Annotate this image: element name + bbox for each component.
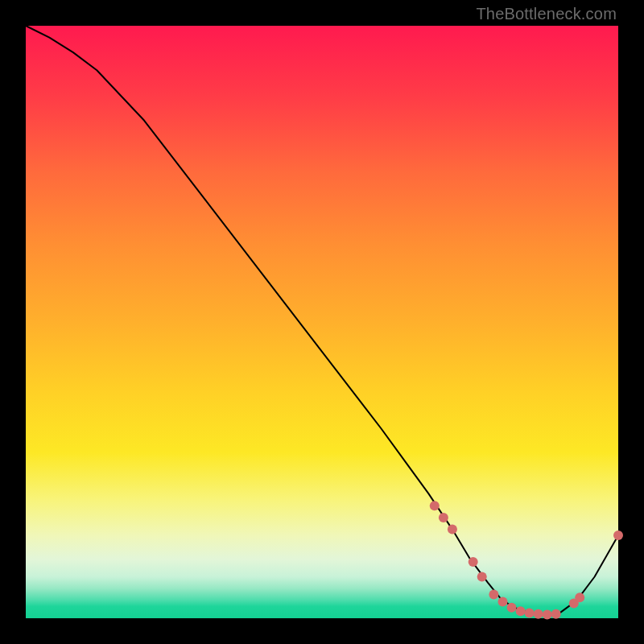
- marker-dot: [477, 572, 487, 582]
- marker-group: [430, 501, 623, 619]
- chart-svg: [26, 26, 618, 618]
- marker-dot: [543, 610, 552, 620]
- marker-dot: [430, 501, 440, 510]
- chart-frame: TheBottleneck.com: [0, 0, 644, 644]
- plot-area: [26, 26, 618, 618]
- marker-dot: [448, 525, 457, 535]
- marker-dot: [516, 606, 526, 616]
- marker-dot: [613, 530, 623, 540]
- marker-dot: [439, 513, 448, 522]
- marker-dot: [498, 597, 508, 606]
- marker-dot: [507, 603, 517, 613]
- bottleneck-curve-line: [26, 26, 618, 615]
- marker-dot: [534, 609, 543, 619]
- marker-dot: [489, 590, 498, 600]
- marker-dot: [469, 557, 478, 567]
- marker-dot: [551, 609, 561, 619]
- marker-dot: [525, 608, 535, 617]
- marker-dot: [575, 592, 584, 602]
- watermark-text: TheBottleneck.com: [476, 5, 617, 23]
